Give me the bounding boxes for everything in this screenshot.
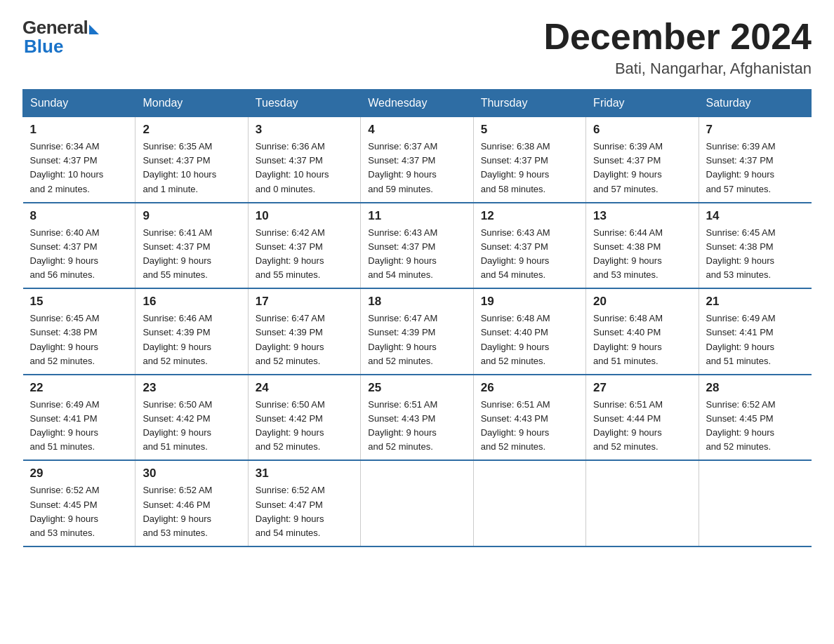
day-number: 21 [706, 295, 805, 309]
day-number: 27 [593, 381, 691, 395]
day-info: Sunrise: 6:36 AMSunset: 4:37 PMDaylight:… [256, 140, 353, 196]
day-info: Sunrise: 6:51 AMSunset: 4:44 PMDaylight:… [593, 398, 691, 455]
calendar-cell: 16Sunrise: 6:46 AMSunset: 4:39 PMDayligh… [135, 288, 248, 375]
calendar-cell: 6Sunrise: 6:39 AMSunset: 4:37 PMDaylight… [586, 117, 699, 203]
weekday-header-wednesday: Wednesday [361, 90, 473, 117]
day-info: Sunrise: 6:43 AMSunset: 4:37 PMDaylight:… [368, 226, 465, 283]
day-number: 23 [143, 381, 240, 395]
calendar-week-2: 8Sunrise: 6:40 AMSunset: 4:37 PMDaylight… [23, 203, 812, 289]
day-number: 19 [481, 295, 578, 309]
day-info: Sunrise: 6:34 AMSunset: 4:37 PMDaylight:… [30, 140, 128, 196]
day-number: 3 [256, 123, 353, 137]
calendar-week-1: 1Sunrise: 6:34 AMSunset: 4:37 PMDaylight… [23, 117, 812, 203]
weekday-header-thursday: Thursday [473, 90, 585, 117]
calendar-week-4: 22Sunrise: 6:49 AMSunset: 4:41 PMDayligh… [23, 375, 812, 461]
day-info: Sunrise: 6:37 AMSunset: 4:37 PMDaylight:… [368, 140, 465, 196]
day-number: 17 [256, 295, 353, 309]
day-info: Sunrise: 6:40 AMSunset: 4:37 PMDaylight:… [30, 226, 128, 283]
calendar-cell: 29Sunrise: 6:52 AMSunset: 4:45 PMDayligh… [23, 460, 135, 546]
weekday-header-sunday: Sunday [23, 90, 135, 117]
title-block: December 2024 Bati, Nangarhar, Afghanist… [543, 17, 812, 78]
calendar-cell: 1Sunrise: 6:34 AMSunset: 4:37 PMDaylight… [23, 117, 135, 203]
day-number: 25 [368, 381, 465, 395]
weekday-header-tuesday: Tuesday [248, 90, 360, 117]
day-info: Sunrise: 6:52 AMSunset: 4:45 PMDaylight:… [30, 483, 128, 540]
day-info: Sunrise: 6:39 AMSunset: 4:37 PMDaylight:… [706, 140, 805, 196]
day-info: Sunrise: 6:52 AMSunset: 4:45 PMDaylight:… [706, 398, 805, 455]
logo-triangle-icon [89, 25, 99, 34]
calendar-cell: 28Sunrise: 6:52 AMSunset: 4:45 PMDayligh… [699, 375, 811, 461]
day-info: Sunrise: 6:46 AMSunset: 4:39 PMDaylight:… [143, 311, 240, 368]
calendar-cell: 5Sunrise: 6:38 AMSunset: 4:37 PMDaylight… [473, 117, 585, 203]
calendar-cell: 25Sunrise: 6:51 AMSunset: 4:43 PMDayligh… [361, 375, 473, 461]
day-number: 7 [706, 123, 805, 137]
day-info: Sunrise: 6:47 AMSunset: 4:39 PMDaylight:… [256, 311, 353, 368]
calendar-cell: 26Sunrise: 6:51 AMSunset: 4:43 PMDayligh… [473, 375, 585, 461]
calendar-cell: 17Sunrise: 6:47 AMSunset: 4:39 PMDayligh… [248, 288, 360, 375]
calendar-cell: 13Sunrise: 6:44 AMSunset: 4:38 PMDayligh… [586, 203, 699, 289]
calendar-cell: 22Sunrise: 6:49 AMSunset: 4:41 PMDayligh… [23, 375, 135, 461]
day-info: Sunrise: 6:45 AMSunset: 4:38 PMDaylight:… [706, 226, 805, 283]
calendar-cell [361, 460, 473, 546]
day-info: Sunrise: 6:52 AMSunset: 4:47 PMDaylight:… [256, 483, 353, 540]
weekday-header-saturday: Saturday [699, 90, 811, 117]
calendar-cell: 24Sunrise: 6:50 AMSunset: 4:42 PMDayligh… [248, 375, 360, 461]
calendar-cell [586, 460, 699, 546]
day-info: Sunrise: 6:44 AMSunset: 4:38 PMDaylight:… [593, 226, 691, 283]
day-number: 13 [593, 209, 691, 223]
day-info: Sunrise: 6:39 AMSunset: 4:37 PMDaylight:… [593, 140, 691, 196]
day-number: 22 [30, 381, 128, 395]
logo: General Blue [22, 17, 99, 58]
calendar-cell: 8Sunrise: 6:40 AMSunset: 4:37 PMDaylight… [23, 203, 135, 289]
calendar-week-3: 15Sunrise: 6:45 AMSunset: 4:38 PMDayligh… [23, 288, 812, 375]
day-info: Sunrise: 6:48 AMSunset: 4:40 PMDaylight:… [593, 311, 691, 368]
day-number: 11 [368, 209, 465, 223]
day-number: 28 [706, 381, 805, 395]
weekday-header-monday: Monday [135, 90, 248, 117]
calendar-cell: 2Sunrise: 6:35 AMSunset: 4:37 PMDaylight… [135, 117, 248, 203]
calendar-table: SundayMondayTuesdayWednesdayThursdayFrid… [22, 89, 812, 547]
location-subtitle: Bati, Nangarhar, Afghanistan [543, 60, 812, 78]
day-number: 9 [143, 209, 240, 223]
calendar-cell: 4Sunrise: 6:37 AMSunset: 4:37 PMDaylight… [361, 117, 473, 203]
calendar-cell: 7Sunrise: 6:39 AMSunset: 4:37 PMDaylight… [699, 117, 811, 203]
day-info: Sunrise: 6:35 AMSunset: 4:37 PMDaylight:… [143, 140, 240, 196]
month-title: December 2024 [543, 17, 812, 57]
day-info: Sunrise: 6:49 AMSunset: 4:41 PMDaylight:… [30, 398, 128, 455]
day-number: 12 [481, 209, 578, 223]
calendar-week-5: 29Sunrise: 6:52 AMSunset: 4:45 PMDayligh… [23, 460, 812, 546]
day-info: Sunrise: 6:52 AMSunset: 4:46 PMDaylight:… [143, 483, 240, 540]
calendar-cell: 31Sunrise: 6:52 AMSunset: 4:47 PMDayligh… [248, 460, 360, 546]
calendar-cell: 10Sunrise: 6:42 AMSunset: 4:37 PMDayligh… [248, 203, 360, 289]
day-info: Sunrise: 6:43 AMSunset: 4:37 PMDaylight:… [481, 226, 578, 283]
day-info: Sunrise: 6:42 AMSunset: 4:37 PMDaylight:… [256, 226, 353, 283]
day-info: Sunrise: 6:50 AMSunset: 4:42 PMDaylight:… [143, 398, 240, 455]
day-number: 8 [30, 209, 128, 223]
day-info: Sunrise: 6:50 AMSunset: 4:42 PMDaylight:… [256, 398, 353, 455]
day-number: 24 [256, 381, 353, 395]
calendar-cell: 14Sunrise: 6:45 AMSunset: 4:38 PMDayligh… [699, 203, 811, 289]
calendar-cell: 9Sunrise: 6:41 AMSunset: 4:37 PMDaylight… [135, 203, 248, 289]
weekday-header-row: SundayMondayTuesdayWednesdayThursdayFrid… [23, 90, 812, 117]
day-info: Sunrise: 6:51 AMSunset: 4:43 PMDaylight:… [481, 398, 578, 455]
calendar-cell: 27Sunrise: 6:51 AMSunset: 4:44 PMDayligh… [586, 375, 699, 461]
day-number: 1 [30, 123, 128, 137]
day-number: 15 [30, 295, 128, 309]
page-header: General Blue December 2024 Bati, Nangarh… [22, 17, 812, 78]
calendar-cell: 30Sunrise: 6:52 AMSunset: 4:46 PMDayligh… [135, 460, 248, 546]
day-info: Sunrise: 6:47 AMSunset: 4:39 PMDaylight:… [368, 311, 465, 368]
day-number: 16 [143, 295, 240, 309]
day-number: 5 [481, 123, 578, 137]
day-number: 26 [481, 381, 578, 395]
calendar-cell: 20Sunrise: 6:48 AMSunset: 4:40 PMDayligh… [586, 288, 699, 375]
calendar-cell: 3Sunrise: 6:36 AMSunset: 4:37 PMDaylight… [248, 117, 360, 203]
day-number: 14 [706, 209, 805, 223]
calendar-cell: 12Sunrise: 6:43 AMSunset: 4:37 PMDayligh… [473, 203, 585, 289]
day-info: Sunrise: 6:45 AMSunset: 4:38 PMDaylight:… [30, 311, 128, 368]
calendar-cell [699, 460, 811, 546]
day-number: 20 [593, 295, 691, 309]
calendar-cell: 21Sunrise: 6:49 AMSunset: 4:41 PMDayligh… [699, 288, 811, 375]
day-number: 10 [256, 209, 353, 223]
calendar-cell: 19Sunrise: 6:48 AMSunset: 4:40 PMDayligh… [473, 288, 585, 375]
calendar-cell: 15Sunrise: 6:45 AMSunset: 4:38 PMDayligh… [23, 288, 135, 375]
